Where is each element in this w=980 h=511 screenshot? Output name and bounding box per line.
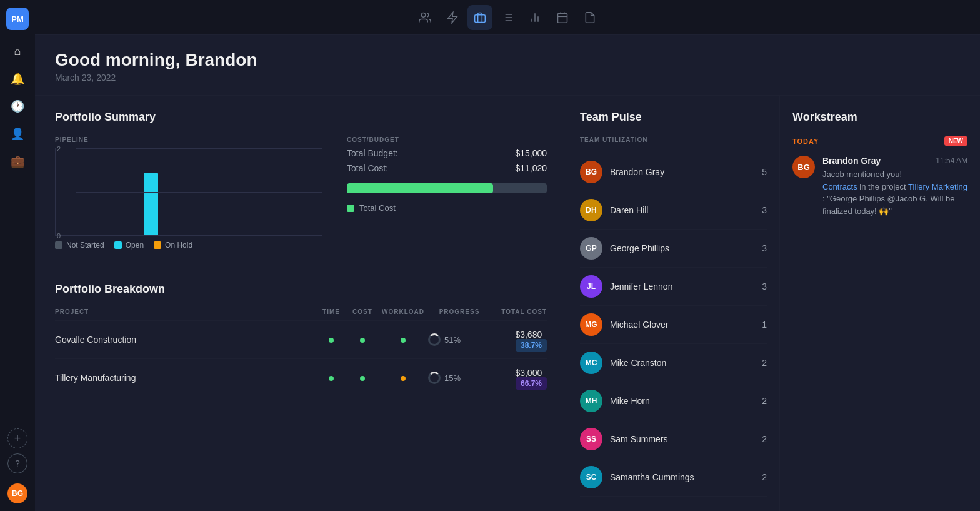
greeting: Good morning, Brandon bbox=[55, 50, 960, 70]
progress-circle-2 bbox=[428, 372, 441, 384]
new-badge: NEW bbox=[944, 136, 968, 146]
team-avatar-bg: BG bbox=[580, 161, 602, 183]
team-member-row[interactable]: JL Jennifer Lennon 3 bbox=[580, 268, 767, 306]
workload-status-1 bbox=[378, 335, 428, 345]
project-name-2: Tillery Manufacturing bbox=[55, 373, 316, 383]
today-label: TODAY bbox=[792, 138, 819, 145]
team-member-name: Sam Summers bbox=[610, 434, 762, 444]
team-member-count: 5 bbox=[762, 167, 767, 177]
team-member-count: 2 bbox=[762, 472, 767, 482]
progress-2: 15% bbox=[428, 372, 491, 384]
team-member-name: Brandon Gray bbox=[610, 167, 762, 177]
ws-text-in-project: in the project bbox=[859, 182, 908, 191]
cost-status-1 bbox=[347, 335, 378, 345]
team-member-row[interactable]: MC Mike Cranston 2 bbox=[580, 344, 767, 382]
sidebar-item-alerts[interactable]: 🔔 bbox=[6, 68, 29, 90]
section-divider bbox=[55, 270, 547, 270]
breakdown-header: PROJECT TIME COST WORKLOAD PROGRESS TOTA… bbox=[55, 308, 547, 321]
team-member-row[interactable]: SS Sam Summers 2 bbox=[580, 420, 767, 458]
pipeline-label: PIPELINE bbox=[55, 136, 322, 143]
total-cost-2: $3,000 66.7% bbox=[491, 368, 547, 388]
topbar-doc-icon[interactable] bbox=[578, 5, 602, 30]
y-label-0: 0 bbox=[57, 232, 61, 240]
team-member-count: 2 bbox=[762, 396, 767, 406]
ws-link-tillery[interactable]: Tillery Marketing bbox=[908, 182, 968, 191]
table-row[interactable]: Tillery Manufacturing 15% $3,000 66.7% bbox=[55, 359, 547, 397]
workstream-item: BG Brandon Gray 11:54 AM Jacob mentioned… bbox=[792, 156, 968, 217]
team-member-row[interactable]: DH Daren Hill 3 bbox=[580, 191, 767, 230]
topbar-calendar-icon[interactable] bbox=[550, 5, 575, 30]
sidebar-item-people[interactable]: 👤 bbox=[6, 123, 29, 145]
ws-message: Jacob mentioned you! Contracts in the pr… bbox=[822, 168, 968, 217]
team-utilization-label: TEAM UTILIZATION bbox=[580, 136, 767, 143]
cost-legend-label: Total Cost bbox=[359, 203, 396, 213]
topbar-list-icon[interactable] bbox=[495, 5, 520, 30]
legend-label-on-hold: On Hold bbox=[165, 241, 192, 250]
team-member-count: 1 bbox=[762, 320, 767, 330]
progress-wrap-2: 15% bbox=[428, 372, 491, 384]
header-workload: WORKLOAD bbox=[378, 308, 428, 315]
content-area: Portfolio Summary PIPELINE 2 0 bbox=[35, 96, 980, 511]
time-status-1 bbox=[316, 335, 347, 345]
total-cost-row: Total Cost: $11,020 bbox=[347, 163, 547, 173]
ws-message-text: : "George Phillips @Jacob G. Will be fin… bbox=[822, 194, 954, 216]
total-cost-value-1: $3,680 bbox=[515, 330, 542, 340]
topbar-people-icon[interactable] bbox=[412, 5, 438, 30]
sidebar-item-clock[interactable]: 🕐 bbox=[6, 95, 29, 118]
team-member-name: Samantha Cummings bbox=[610, 472, 762, 482]
team-member-row[interactable]: SC Samantha Cummings 2 bbox=[580, 458, 767, 497]
team-member-count: 3 bbox=[762, 243, 767, 253]
time-status-2 bbox=[316, 373, 347, 383]
table-row[interactable]: Govalle Construction 51% $3,680 38.7% bbox=[55, 321, 547, 359]
team-member-row[interactable]: BG Brandon Gray 5 bbox=[580, 153, 767, 191]
team-member-name: Michael Glover bbox=[610, 320, 762, 330]
topbar-chart-icon[interactable] bbox=[522, 5, 548, 30]
team-member-count: 3 bbox=[762, 281, 767, 291]
sidebar-item-work[interactable]: 💼 bbox=[6, 150, 29, 173]
team-member-row[interactable]: MG Michael Glover 1 bbox=[580, 306, 767, 344]
time-dot-1 bbox=[329, 338, 334, 343]
topbar-team-icon[interactable] bbox=[440, 5, 465, 30]
sidebar-item-home[interactable]: ⌂ bbox=[6, 40, 29, 63]
app-logo[interactable]: PM bbox=[6, 8, 29, 30]
cost-legend: Total Cost bbox=[347, 203, 547, 213]
workstream-avatar-initials: BG bbox=[798, 163, 810, 172]
ws-name-row: Brandon Gray 11:54 AM bbox=[822, 156, 968, 166]
topbar bbox=[35, 0, 980, 35]
add-button[interactable]: + bbox=[8, 428, 28, 448]
team-member-count: 2 bbox=[762, 358, 767, 368]
team-avatar-mg: MG bbox=[580, 313, 602, 336]
ws-link-contracts[interactable]: Contracts bbox=[822, 182, 858, 191]
total-budget-value: $15,000 bbox=[515, 148, 547, 158]
header-cost: COST bbox=[347, 308, 378, 315]
portfolio-breakdown-title: Portfolio Breakdown bbox=[55, 283, 547, 296]
date: March 23, 2022 bbox=[55, 73, 960, 83]
header-time: TIME bbox=[316, 308, 347, 315]
portfolio-summary-title: Portfolio Summary bbox=[55, 111, 547, 124]
legend-not-started: Not Started bbox=[55, 241, 104, 250]
chart-grid: 2 0 bbox=[76, 148, 322, 235]
svg-rect-1 bbox=[475, 14, 486, 22]
workload-status-2 bbox=[378, 373, 428, 383]
topbar-briefcase-icon[interactable] bbox=[468, 5, 492, 30]
team-member-name: Daren Hill bbox=[610, 205, 762, 215]
team-member-row[interactable]: MH Mike Horn 2 bbox=[580, 382, 767, 420]
ws-time: 11:54 AM bbox=[936, 156, 968, 165]
total-cost-1: $3,680 38.7% bbox=[491, 330, 547, 350]
team-pulse-title: Team Pulse bbox=[580, 111, 767, 124]
progress-wrap-1: 51% bbox=[428, 333, 491, 346]
total-cost-value-2: $3,000 bbox=[515, 368, 542, 378]
ws-mention: Jacob mentioned you! bbox=[822, 169, 902, 179]
progress-badge-2: 66.7% bbox=[516, 377, 547, 390]
team-avatar-mc: MC bbox=[580, 352, 602, 374]
team-member-row[interactable]: GP George Phillips 3 bbox=[580, 230, 767, 268]
team-avatar-dh: DH bbox=[580, 199, 602, 221]
user-avatar[interactable]: BG bbox=[8, 483, 28, 503]
budget-fill bbox=[347, 183, 493, 193]
portfolio-summary: PIPELINE 2 0 bbox=[55, 136, 547, 250]
team-member-name: Mike Horn bbox=[610, 396, 762, 406]
help-button[interactable]: ? bbox=[8, 453, 28, 473]
main-content: Good morning, Brandon March 23, 2022 Por… bbox=[35, 35, 980, 511]
cost-dot-2 bbox=[360, 376, 365, 381]
legend-label-not-started: Not Started bbox=[66, 241, 104, 250]
